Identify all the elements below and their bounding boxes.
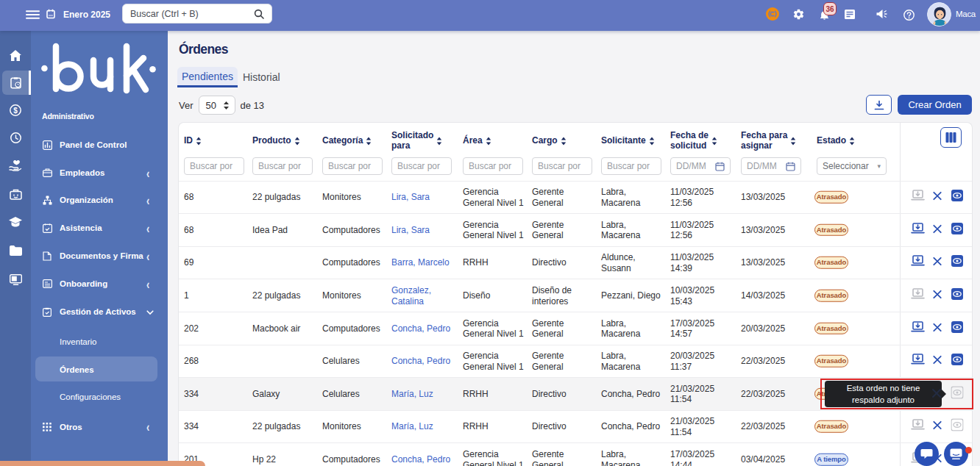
svg-text:$: $ <box>13 107 18 115</box>
